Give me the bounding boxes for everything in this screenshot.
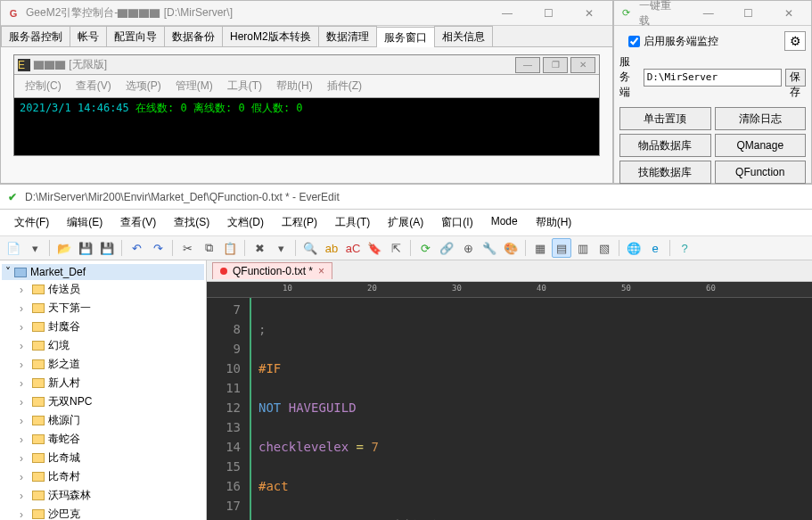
settings-gear-button[interactable]: ⚙ [784, 31, 806, 51]
menu-manage[interactable]: 管理(M) [168, 77, 220, 95]
close-button[interactable]: ✕ [571, 4, 607, 23]
find-icon[interactable]: 🔍 [300, 238, 320, 258]
goto-icon[interactable]: ⇱ [386, 238, 406, 258]
copy-icon[interactable]: ⧉ [199, 238, 218, 258]
file-tree[interactable]: ˅ Market_Def ›传送员›天下第一›封魔谷›幻境›影之道›新人村›无双… [0, 260, 207, 520]
tab-herom2[interactable]: HeroM2版本转换 [222, 26, 319, 46]
save-button[interactable]: 保存 [785, 69, 806, 87]
geem-titlebar[interactable]: G GeeM2引擎控制台-▇▇▇▇ [D:\MirServer\] — ☐ ✕ [1, 1, 612, 26]
tab-dataclean[interactable]: 数据清理 [318, 26, 377, 46]
item-db-button[interactable]: 物品数据库 [619, 134, 711, 157]
menu-extend[interactable]: 扩展(A) [379, 213, 432, 232]
reload-titlebar[interactable]: ⟳ 一键重载 — ☐ ✕ [614, 1, 811, 26]
code-id: HAVEGUILD [289, 400, 357, 415]
tree-item[interactable]: ›毒蛇谷 [2, 430, 204, 449]
menu-file[interactable]: 文件(F) [5, 213, 58, 232]
wrench-icon[interactable]: 🔧 [480, 238, 499, 258]
cut-icon[interactable]: ✂ [177, 238, 197, 258]
world-icon[interactable]: 🌐 [624, 238, 644, 258]
tree-item[interactable]: ›沙巴克 [2, 505, 204, 520]
browser-icon[interactable]: e [645, 238, 665, 258]
menu-help[interactable]: 帮助(H) [527, 213, 581, 232]
panel2-icon[interactable]: ▤ [552, 238, 571, 258]
palette-icon[interactable]: 🎨 [501, 238, 521, 258]
tree-item[interactable]: ›无双NPC [2, 392, 204, 411]
editor-titlebar[interactable]: ✔ D:\MirServer\Mir200\Envir\Market_Def\Q… [0, 185, 812, 210]
tab-config[interactable]: 配置向导 [106, 26, 165, 46]
tree-item[interactable]: ›沃玛森林 [2, 486, 204, 505]
tab-close-icon[interactable]: × [318, 265, 324, 277]
menu-view[interactable]: 查看(V) [111, 213, 165, 232]
menu-control[interactable]: 控制(C) [18, 77, 69, 95]
delete-icon[interactable]: ✖ [250, 238, 269, 258]
inner-titlebar[interactable]: E ▇▇▇ [无限版] — ❐ ✕ [14, 55, 599, 75]
tree-item[interactable]: ›新人村 [2, 374, 204, 392]
refresh-icon[interactable]: ⟳ [415, 238, 435, 258]
mdi-minimize-button[interactable]: — [515, 57, 540, 73]
tree-item[interactable]: ›天下第一 [2, 299, 204, 318]
tab-related[interactable]: 相关信息 [434, 26, 493, 46]
bookmark-icon[interactable]: 🔖 [365, 238, 384, 258]
menu-project[interactable]: 工程(P) [273, 213, 326, 232]
code-area[interactable]: 7891011121314151617 ; #IF NOT HAVEGUILD … [207, 298, 812, 520]
menu-document[interactable]: 文档(D) [218, 213, 273, 232]
maximize-button[interactable]: ☐ [530, 4, 566, 23]
tree-item[interactable]: ›传送员 [2, 280, 204, 299]
enable-monitor-input[interactable] [628, 36, 640, 47]
server-path-input[interactable] [644, 69, 782, 87]
reload-maximize-button[interactable]: ☐ [731, 4, 766, 23]
encoding-icon[interactable]: ⊕ [458, 238, 478, 258]
menu-edit[interactable]: 编辑(E) [58, 213, 111, 232]
tree-item[interactable]: ›影之道 [2, 355, 204, 374]
undo-icon[interactable]: ↶ [127, 238, 146, 258]
tab-account[interactable]: 帐号 [70, 26, 107, 46]
panel4-icon[interactable]: ▧ [595, 238, 614, 258]
new-file-icon[interactable]: 📄 [4, 238, 23, 258]
menu-mode[interactable]: Mode [482, 213, 527, 232]
code-body[interactable]: ; #IF NOT HAVEGUILD checklevelex = 7 #ac… [251, 298, 812, 520]
menu-plugins[interactable]: 插件(Z) [320, 77, 369, 95]
tab-service-window[interactable]: 服务窗口 [376, 27, 435, 47]
tree-item[interactable]: ›桃源门 [2, 411, 204, 430]
dropdown-icon[interactable]: ▾ [25, 238, 45, 258]
menu-view[interactable]: 查看(V) [69, 77, 119, 95]
reload-minimize-button[interactable]: — [691, 4, 726, 23]
editor-tab-qfunction[interactable]: QFunction-0.txt * × [212, 262, 332, 279]
menu-window[interactable]: 窗口(I) [432, 213, 481, 232]
qmanage-button[interactable]: QManage [715, 134, 807, 157]
replace-icon[interactable]: ab [322, 238, 341, 258]
open-file-icon[interactable]: 📂 [54, 238, 74, 258]
reload-close-button[interactable]: ✕ [771, 4, 806, 23]
redo-icon[interactable]: ↷ [148, 238, 168, 258]
save-all-icon[interactable]: 💾 [97, 238, 117, 258]
menu-search[interactable]: 查找(S) [165, 213, 218, 232]
enable-monitor-checkbox[interactable]: 启用服务端监控 [628, 34, 781, 49]
panel1-icon[interactable]: ▦ [530, 238, 550, 258]
tree-item[interactable]: ›比奇城 [2, 449, 204, 467]
menu-tools[interactable]: 工具(T) [220, 77, 269, 95]
find-files-icon[interactable]: aC [343, 238, 363, 258]
paste-icon[interactable]: 📋 [220, 238, 240, 258]
panel3-icon[interactable]: ▥ [573, 238, 593, 258]
qfunction-button[interactable]: QFunction [715, 161, 807, 184]
menu-tools[interactable]: 工具(T) [326, 213, 379, 232]
menu-help[interactable]: 帮助(H) [269, 77, 320, 95]
dropdown2-icon[interactable]: ▾ [271, 238, 291, 258]
save-icon[interactable]: 💾 [76, 238, 95, 258]
menu-options[interactable]: 选项(P) [119, 77, 168, 95]
tree-item[interactable]: ›比奇村 [2, 467, 204, 486]
pin-top-button[interactable]: 单击置顶 [619, 107, 711, 130]
mdi-restore-button[interactable]: ❐ [543, 57, 568, 73]
skill-db-button[interactable]: 技能数据库 [619, 161, 711, 184]
mdi-close-button[interactable]: ✕ [570, 57, 595, 73]
link-icon[interactable]: 🔗 [437, 238, 456, 258]
help-icon[interactable]: ? [675, 238, 694, 258]
tree-item[interactable]: ›幻境 [2, 336, 204, 355]
tree-root[interactable]: ˅ Market_Def [2, 264, 204, 280]
tree-item[interactable]: ›封魔谷 [2, 318, 204, 336]
tab-backup[interactable]: 数据备份 [164, 26, 223, 46]
tab-server-control[interactable]: 服务器控制 [1, 26, 70, 46]
reload-window: ⟳ 一键重载 — ☐ ✕ 启用服务端监控 ⚙ 服务端 保存 单击置顶 清除日志 … [613, 0, 812, 184]
minimize-button[interactable]: — [489, 4, 525, 23]
clear-log-button[interactable]: 清除日志 [715, 107, 807, 130]
